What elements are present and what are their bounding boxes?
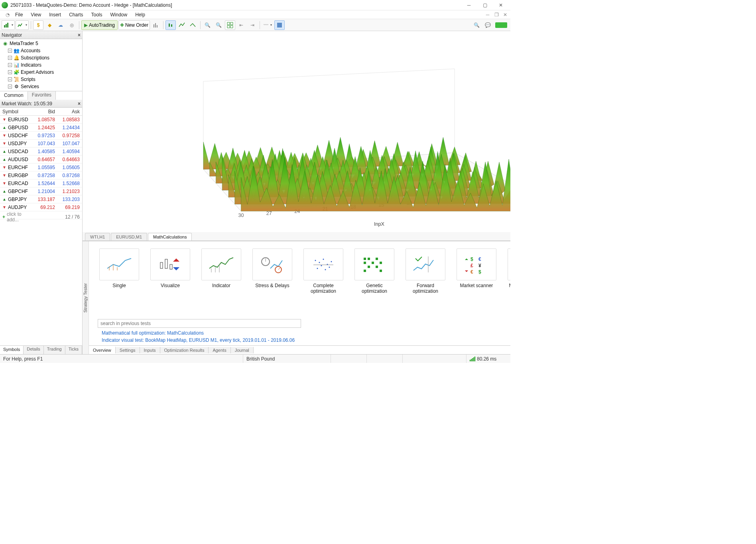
tile-visualize[interactable]: Visualize bbox=[149, 248, 192, 295]
expand-icon[interactable]: + bbox=[8, 63, 12, 67]
nav-item-expert-advisors[interactable]: +🧩Expert Advisors bbox=[1, 69, 82, 76]
tile-stress-delays[interactable]: Stress & Delays bbox=[251, 248, 294, 295]
mdi-restore-icon[interactable]: ❐ bbox=[494, 12, 499, 18]
search-button[interactable]: 🔍 bbox=[471, 20, 482, 30]
menu-charts[interactable]: Charts bbox=[65, 11, 87, 18]
svg-line-20 bbox=[203, 69, 455, 82]
chart-tab-wti[interactable]: WTI,H1 bbox=[85, 233, 110, 240]
shift-button[interactable]: ⇤ bbox=[236, 20, 246, 30]
new-order-button[interactable]: ✚ New Order bbox=[118, 20, 150, 30]
svg-rect-70 bbox=[380, 262, 382, 264]
nav-tab-favorites[interactable]: Favorites bbox=[28, 91, 56, 100]
menu-help[interactable]: Help bbox=[131, 11, 149, 18]
nav-tab-common[interactable]: Common bbox=[0, 91, 28, 100]
chart-type-candle-button[interactable] bbox=[165, 20, 176, 30]
market-watch-close-icon[interactable]: × bbox=[78, 101, 81, 106]
chat-button[interactable]: 💬 bbox=[482, 20, 493, 30]
mw-row-gbpchf[interactable]: ▲GBPCHF1.210041.21023 bbox=[0, 187, 82, 195]
connection-indicator[interactable] bbox=[494, 20, 509, 30]
tester-tab-overview[interactable]: Overview bbox=[89, 347, 116, 353]
expand-icon[interactable]: + bbox=[8, 56, 12, 60]
chart-tab-eurusd[interactable]: EURUSD,M1 bbox=[111, 233, 147, 240]
mdi-minimize-icon[interactable]: ─ bbox=[485, 12, 490, 18]
maximize-button[interactable]: ▢ bbox=[477, 0, 493, 10]
mw-row-audjpy[interactable]: ▼AUDJPY69.21269.219 bbox=[0, 203, 82, 211]
menu-insert[interactable]: Insert bbox=[45, 11, 65, 18]
tester-tab-agents[interactable]: Agents bbox=[209, 347, 230, 353]
signals-button[interactable]: ◎ bbox=[67, 20, 77, 30]
tile-windows-button[interactable] bbox=[225, 20, 235, 30]
nav-item-subscriptions[interactable]: +🔔Subscriptions bbox=[1, 54, 82, 61]
chart-type-line2-button[interactable] bbox=[188, 20, 198, 30]
nav-root[interactable]: ◉ MetaTrader 5 bbox=[1, 40, 82, 47]
tile-forward-optimization[interactable]: Forward optimization bbox=[404, 248, 447, 295]
search-icon: 🔍 bbox=[474, 22, 480, 28]
tester-search-input[interactable] bbox=[98, 319, 301, 328]
zoom-in-button[interactable]: 🔍 bbox=[203, 20, 213, 30]
tile-math-calculations[interactable]: Math calculations bbox=[506, 248, 510, 295]
chart-tab-math[interactable]: MathCalculations bbox=[148, 233, 192, 240]
tester-side-label[interactable]: Strategy Tester bbox=[83, 241, 89, 354]
tile-complete-optimization[interactable]: Complete optimization bbox=[302, 248, 345, 295]
tile-market-scanner[interactable]: $€£¥€$Market scanner bbox=[455, 248, 498, 295]
mw-add-row[interactable]: +click to add... 12 / 76 bbox=[0, 211, 82, 219]
folder-chart-icon bbox=[17, 22, 24, 28]
nav-item-scripts[interactable]: +📜Scripts bbox=[1, 76, 82, 83]
chart-tabs: WTI,H1 EURUSD,M1 MathCalculations ◄ ► bbox=[83, 232, 510, 241]
templates-button[interactable] bbox=[274, 20, 285, 30]
market-watch-panel: Market Watch: 15:05:39 × Symbol Bid Ask … bbox=[0, 100, 82, 354]
zoom-out-button[interactable]: 🔍 bbox=[214, 20, 224, 30]
mw-row-gbpusd[interactable]: ▲GBPUSD1.244251.24434 bbox=[0, 124, 82, 132]
indicators-button[interactable]: 〰 bbox=[262, 20, 274, 30]
data-window-button[interactable]: ◆ bbox=[44, 20, 55, 30]
tile-single[interactable]: Single bbox=[98, 248, 141, 295]
tile-indicator[interactable]: Indicator bbox=[200, 248, 243, 295]
minimize-button[interactable]: ─ bbox=[461, 0, 477, 10]
mw-row-eurusd[interactable]: ▼EURUSD1.085781.08583 bbox=[0, 116, 82, 124]
tester-tab-results[interactable]: Optimization Results bbox=[160, 347, 209, 353]
tester-tab-settings[interactable]: Settings bbox=[116, 347, 140, 353]
nav-item-accounts[interactable]: +👥Accounts bbox=[1, 47, 82, 54]
menu-tools[interactable]: Tools bbox=[87, 11, 106, 18]
mw-tab-ticks[interactable]: Ticks bbox=[65, 346, 82, 354]
mw-row-gbpjpy[interactable]: ▲GBPJPY133.187133.203 bbox=[0, 195, 82, 203]
mw-row-usdcad[interactable]: ▲USDCAD1.405851.40594 bbox=[0, 148, 82, 156]
nav-item-services[interactable]: +⚙Services bbox=[1, 83, 82, 90]
mdi-close-icon[interactable]: ✕ bbox=[502, 12, 508, 18]
market-depth-button[interactable]: $ bbox=[33, 20, 43, 30]
mw-row-usdjpy[interactable]: ▼USDJPY107.043107.047 bbox=[0, 140, 82, 148]
expand-icon[interactable]: + bbox=[8, 77, 12, 81]
expand-icon[interactable]: + bbox=[8, 49, 12, 53]
chart-area[interactable]: 302724211815129630 InpX bbox=[83, 31, 510, 232]
menu-file[interactable]: File bbox=[11, 11, 27, 18]
shift-end-button[interactable]: ⇥ bbox=[247, 20, 258, 30]
mw-tab-symbols[interactable]: Symbols bbox=[0, 346, 24, 354]
close-button[interactable]: ✕ bbox=[493, 0, 509, 10]
chart-type-bar-button[interactable] bbox=[151, 20, 161, 30]
expand-icon[interactable]: + bbox=[8, 70, 12, 74]
svg-rect-2 bbox=[7, 23, 8, 28]
tester-link-1[interactable]: Mathematical full optimization: MathCalc… bbox=[102, 330, 510, 336]
menu-window[interactable]: Window bbox=[106, 11, 132, 18]
new-chart-button[interactable] bbox=[2, 20, 15, 30]
mw-row-eurchf[interactable]: ▼EURCHF1.055951.05605 bbox=[0, 164, 82, 171]
mw-row-eurcad[interactable]: ▼EURCAD1.526441.52668 bbox=[0, 179, 82, 187]
chart-type-line-button[interactable] bbox=[177, 20, 187, 30]
tester-tab-journal[interactable]: Journal bbox=[231, 347, 254, 353]
mw-row-usdchf[interactable]: ▼USDCHF0.972530.97258 bbox=[0, 132, 82, 140]
terminal-button[interactable]: ☁ bbox=[55, 20, 66, 30]
market-watch-title: Market Watch: 15:05:39 bbox=[2, 101, 52, 106]
tile-genetic-optimization[interactable]: Genetic optimization bbox=[353, 248, 396, 295]
menu-view[interactable]: View bbox=[27, 11, 45, 18]
tester-tab-inputs[interactable]: Inputs bbox=[140, 347, 160, 353]
tester-link-2[interactable]: Indicator visual test: BookMap HeatMap, … bbox=[102, 337, 510, 343]
mw-row-audusd[interactable]: ▲AUDUSD0.646570.64663 bbox=[0, 156, 82, 164]
mw-tab-details[interactable]: Details bbox=[24, 346, 44, 354]
navigator-close-icon[interactable]: × bbox=[78, 32, 81, 38]
mw-row-eurgbp[interactable]: ▼EURGBP0.872580.87268 bbox=[0, 171, 82, 179]
auto-trading-button[interactable]: ▶ AutoTrading bbox=[81, 20, 118, 30]
profiles-button[interactable] bbox=[16, 20, 29, 30]
nav-item-indicators[interactable]: +📊Indicators bbox=[1, 61, 82, 69]
mw-tab-trading[interactable]: Trading bbox=[44, 346, 65, 354]
expand-icon[interactable]: + bbox=[8, 85, 12, 89]
